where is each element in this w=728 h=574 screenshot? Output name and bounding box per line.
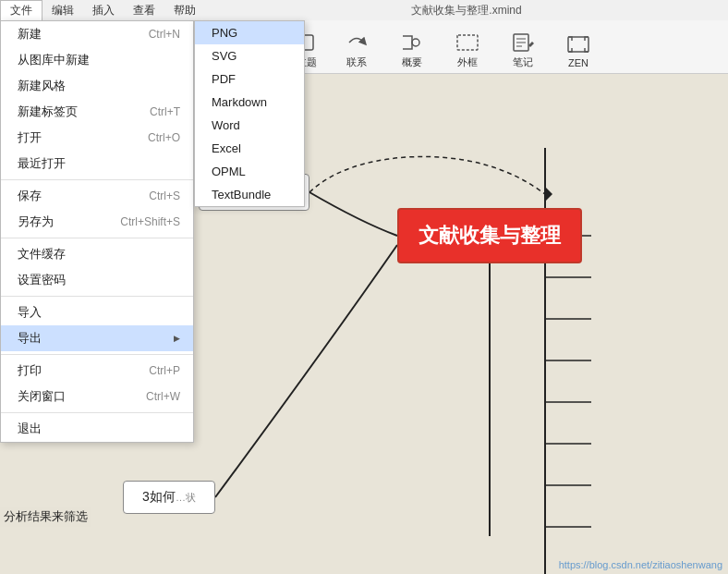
menu-import-label: 导入 (18, 304, 42, 321)
export-word-label: Word (212, 118, 240, 132)
central-node-label: 文献收集与整理 (419, 222, 561, 250)
toolbar-zen-label: ZEN (568, 57, 588, 68)
toolbar-summary-label: 概要 (402, 55, 422, 69)
toolbar-zen[interactable]: ZEN (554, 31, 602, 68)
toolbar-link[interactable]: 联系 (333, 30, 381, 69)
menu-export-label: 导出 (18, 330, 42, 347)
menubar: 文件 编辑 插入 查看 帮助 文献收集与整理.xmind (0, 0, 728, 20)
menu-new-style[interactable]: 新建风格 (1, 73, 193, 99)
separator-5 (1, 412, 193, 413)
menu-help[interactable]: 帮助 (164, 1, 205, 20)
export-word[interactable]: Word (195, 114, 304, 137)
menu-new-from-gallery-label: 从图库中新建 (18, 52, 90, 68)
menu-print-label: 打印 (18, 362, 42, 379)
export-excel-label: Excel (212, 141, 241, 155)
central-node: 文献收集与整理 (397, 208, 582, 263)
export-markdown[interactable]: Markdown (195, 91, 304, 114)
menu-view[interactable]: 查看 (124, 1, 164, 20)
export-markdown-label: Markdown (212, 95, 267, 109)
svg-rect-5 (457, 35, 478, 50)
watermark: https://blog.csdn.net/zitiaoshenwang (559, 559, 722, 570)
toolbar-note[interactable]: 笔记 (499, 30, 547, 69)
menu-new-from-gallery[interactable]: 从图库中新建 (1, 47, 193, 73)
note-icon (508, 30, 538, 55)
export-opml[interactable]: OPML (195, 160, 304, 183)
menu-open-shortcut: Ctrl+O (148, 131, 180, 144)
menu-new-tab[interactable]: 新建标签页 Ctrl+T (1, 99, 193, 125)
toolbar-link-label: 联系 (346, 55, 367, 69)
toolbar-note-label: 笔记 (513, 55, 533, 69)
menu-new[interactable]: 新建 Ctrl+N (1, 21, 193, 47)
menu-recent-label: 最近打开 (18, 155, 66, 172)
menu-set-password-label: 设置密码 (18, 272, 66, 288)
menu-print-shortcut: Ctrl+P (149, 364, 180, 377)
menu-new-style-label: 新建风格 (18, 78, 66, 94)
export-pdf-label: PDF (212, 72, 236, 86)
branch2-label: 3如何 (142, 489, 176, 506)
svg-marker-11 (545, 187, 552, 202)
menu-close-window[interactable]: 关闭窗口 Ctrl+W (1, 384, 193, 409)
menu-save-as[interactable]: 另存为 Ctrl+Shift+S (1, 209, 193, 235)
toolbar-summary[interactable]: 概要 (388, 30, 436, 69)
separator-1 (1, 179, 193, 180)
left-edge-text: 分析结果来筛选 (0, 507, 91, 527)
separator-4 (1, 354, 193, 355)
separator-3 (1, 296, 193, 297)
menu-set-password[interactable]: 设置密码 (1, 267, 193, 293)
menu-new-tab-label: 新建标签页 (18, 104, 78, 120)
branch2-suffix: …状 (176, 491, 196, 505)
toolbar-frame-label: 外框 (457, 55, 478, 69)
export-textbundle-label: TextBundle (212, 188, 271, 202)
zen-icon (564, 31, 593, 57)
menu-file-cache[interactable]: 文件缓存 (1, 241, 193, 267)
menu-save-as-shortcut: Ctrl+Shift+S (120, 215, 180, 228)
svg-point-4 (412, 39, 419, 46)
menu-new-shortcut: Ctrl+N (149, 28, 180, 41)
export-textbundle[interactable]: TextBundle (195, 183, 304, 206)
menu-edit[interactable]: 编辑 (42, 1, 83, 20)
branch-node-2: 3如何 …状 (123, 481, 215, 514)
window-title: 文献收集与整理.xmind (205, 3, 728, 18)
separator-2 (1, 238, 193, 238)
menu-insert[interactable]: 插入 (83, 1, 124, 20)
menu-new-tab-shortcut: Ctrl+T (150, 105, 180, 118)
frame-icon (453, 30, 482, 55)
export-png-label: PNG (212, 26, 237, 40)
menu-import[interactable]: 导入 (1, 299, 193, 325)
menu-close-window-label: 关闭窗口 (18, 388, 66, 405)
export-submenu: PNG SVG PDF Markdown Word Excel OPML Tex… (194, 20, 305, 207)
menu-new-label: 新建 (18, 26, 42, 43)
export-svg-label: SVG (212, 49, 237, 63)
menu-save-shortcut: Ctrl+S (149, 189, 180, 202)
menu-close-window-shortcut: Ctrl+W (146, 390, 180, 403)
menu-quit-label: 退出 (18, 421, 42, 437)
toolbar-frame[interactable]: 外框 (443, 30, 491, 69)
menu-save[interactable]: 保存 Ctrl+S (1, 183, 193, 209)
export-svg[interactable]: SVG (195, 44, 304, 67)
menu-save-label: 保存 (18, 188, 42, 204)
export-opml-label: OPML (212, 165, 246, 178)
menu-print[interactable]: 打印 Ctrl+P (1, 358, 193, 384)
export-pdf[interactable]: PDF (195, 67, 304, 91)
menu-file[interactable]: 文件 (0, 0, 42, 20)
link-icon (342, 30, 371, 55)
menu-export[interactable]: 导出 (1, 325, 193, 351)
summary-icon (397, 30, 427, 55)
menu-open[interactable]: 打开 Ctrl+O (1, 125, 193, 151)
export-png[interactable]: PNG (195, 21, 304, 44)
menu-quit[interactable]: 退出 (1, 416, 193, 442)
menu-recent[interactable]: 最近打开 (1, 151, 193, 177)
file-dropdown: 新建 Ctrl+N 从图库中新建 新建风格 新建标签页 Ctrl+T 打开 Ct… (0, 20, 194, 443)
menu-file-cache-label: 文件缓存 (18, 246, 66, 263)
export-excel[interactable]: Excel (195, 137, 304, 160)
menu-open-label: 打开 (18, 129, 42, 146)
menu-save-as-label: 另存为 (18, 214, 54, 230)
